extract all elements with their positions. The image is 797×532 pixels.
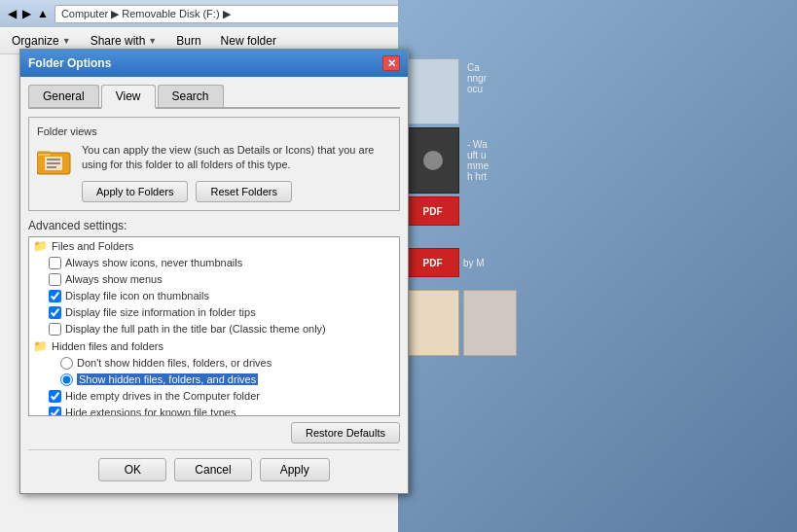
ok-button[interactable]: OK <box>98 458 166 481</box>
tree-item[interactable]: Always show icons, never thumbnails <box>29 255 399 271</box>
dialog-titlebar: Folder Options ✕ <box>20 50 408 77</box>
dialog-body: General View Search Folder views <box>20 77 408 493</box>
advanced-settings-tree[interactable]: 📁Files and FoldersAlways show icons, nev… <box>28 236 400 416</box>
tree-item[interactable]: 📁Files and Folders <box>29 237 399 255</box>
tree-item[interactable]: Always show menus <box>29 271 399 288</box>
panel-text2: - Wauft ummeh hrt <box>463 135 492 186</box>
svg-rect-4 <box>47 159 60 160</box>
tree-item[interactable]: Display file icon on thumbnails <box>29 288 399 304</box>
organize-button[interactable]: Organize ▼ <box>8 32 75 50</box>
light-thumb <box>406 290 459 356</box>
tree-item-label: Always show icons, never thumbnails <box>65 257 242 268</box>
folder-options-dialog: Folder Options ✕ General View Search Fol… <box>19 49 409 494</box>
tree-checkbox[interactable] <box>49 257 61 269</box>
tree-checkbox[interactable] <box>49 390 61 403</box>
tree-item-label: Display file icon on thumbnails <box>65 290 209 301</box>
organize-chevron: ▼ <box>62 36 71 46</box>
folder-tree-icon: 📁 <box>33 239 48 253</box>
apply-button[interactable]: Apply <box>260 458 330 481</box>
folder-icon <box>37 143 72 178</box>
apply-to-folders-button[interactable]: Apply to Folders <box>82 181 188 202</box>
cancel-button[interactable]: Cancel <box>174 458 251 481</box>
by-m-text: by M <box>463 258 485 268</box>
tree-item[interactable]: Hide extensions for known file types <box>29 405 399 416</box>
pdf-thumb: PDF <box>406 196 459 226</box>
tree-item[interactable]: Hide empty drives in the Computer folder <box>29 388 399 405</box>
tree-radio[interactable] <box>60 373 73 386</box>
tab-general[interactable]: General <box>28 85 99 107</box>
tree-checkbox[interactable] <box>49 306 61 319</box>
share-with-label: Share with <box>91 34 146 48</box>
folder-views-right: You can apply the view (such as Details … <box>82 143 391 202</box>
tree-item[interactable]: Show hidden files, folders, and drives <box>29 372 399 388</box>
tree-item-label: Hide empty drives in the Computer folder <box>65 390 260 402</box>
pdf-thumb2: PDF <box>406 248 459 277</box>
tree-item[interactable]: 📁Hidden files and folders <box>29 337 399 355</box>
dialog-footer: OK Cancel Apply <box>28 449 400 485</box>
svg-rect-5 <box>47 162 60 164</box>
tree-item-label: Hide extensions for known file types <box>65 407 235 416</box>
tree-radio[interactable] <box>60 357 73 370</box>
dark-thumb <box>406 127 459 194</box>
back-icon[interactable]: ◀ <box>8 7 17 20</box>
tree-item-label: Files and Folders <box>52 240 133 252</box>
tab-search[interactable]: Search <box>158 85 224 107</box>
folder-tree-icon: 📁 <box>33 339 48 353</box>
share-chevron: ▼ <box>148 36 157 46</box>
tree-checkbox[interactable] <box>49 273 61 286</box>
thumb-item <box>406 58 459 124</box>
up-icon[interactable]: ▲ <box>37 7 49 20</box>
new-folder-button[interactable]: New folder <box>217 32 280 50</box>
restore-defaults-row: Restore Defaults <box>28 422 400 443</box>
folder-views-section: Folder views You can apply the <box>28 117 400 211</box>
folder-views-inner: You can apply the view (such as Details … <box>37 143 391 202</box>
advanced-settings-label: Advanced settings: <box>28 219 400 232</box>
forward-icon[interactable]: ▶ <box>22 7 31 20</box>
dialog-title: Folder Options <box>28 56 111 70</box>
tree-checkbox[interactable] <box>49 407 61 416</box>
tree-item-label: Show hidden files, folders, and drives <box>77 373 258 385</box>
tree-item[interactable]: Display the full path in the title bar (… <box>29 321 399 337</box>
folder-views-buttons: Apply to Folders Reset Folders <box>82 181 391 202</box>
svg-rect-6 <box>47 166 56 168</box>
folder-views-description: You can apply the view (such as Details … <box>82 143 391 173</box>
burn-label: Burn <box>176 34 200 48</box>
folder-icon-svg <box>37 145 72 176</box>
folder-views-label: Folder views <box>37 125 391 137</box>
tree-item-label: Display the full path in the title bar (… <box>65 323 326 335</box>
tree-item-label: Always show menus <box>65 273 163 285</box>
tree-item[interactable]: Don't show hidden files, folders, or dri… <box>29 355 399 372</box>
right-panel: Canngrocu - Wauft ummeh hrt PDF PDF by M <box>398 0 797 532</box>
reset-folders-button[interactable]: Reset Folders <box>196 181 291 202</box>
tree-item-label: Display file size information in folder … <box>65 306 256 318</box>
share-with-button[interactable]: Share with ▼ <box>87 32 162 50</box>
tree-checkbox[interactable] <box>49 290 61 302</box>
burn-button[interactable]: Burn <box>172 32 204 50</box>
new-folder-label: New folder <box>221 34 276 48</box>
organize-label: Organize <box>12 34 59 48</box>
tree-checkbox[interactable] <box>49 323 61 336</box>
panel-text: Canngrocu <box>463 58 789 124</box>
tab-view[interactable]: View <box>101 85 156 109</box>
tree-item[interactable]: Display file size information in folder … <box>29 304 399 321</box>
restore-defaults-button[interactable]: Restore Defaults <box>291 422 400 443</box>
tree-item-label: Don't show hidden files, folders, or dri… <box>77 357 272 369</box>
light-thumb2 <box>463 290 517 356</box>
tree-item-label: Hidden files and folders <box>52 340 163 352</box>
tab-bar: General View Search <box>28 85 400 109</box>
close-button[interactable]: ✕ <box>382 55 400 71</box>
